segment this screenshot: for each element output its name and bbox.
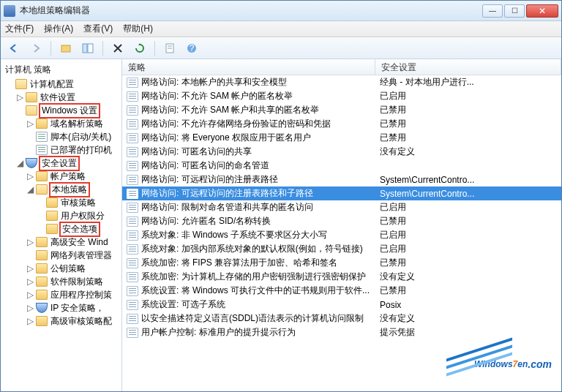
tree-node[interactable]: 计算机配置 — [2, 78, 121, 91]
tree-node[interactable]: ◢安全设置 — [2, 157, 121, 170]
minimize-button[interactable]: — — [482, 4, 503, 18]
security-setting: 已禁用 — [375, 118, 561, 130]
policy-name: 网络访问: 允许匿名 SID/名称转换 — [141, 215, 271, 227]
security-setting: 已启用 — [375, 243, 561, 255]
policy-name: 网络访问: 可远程访问的注册表路径和子路径 — [141, 187, 313, 200]
list-pane: 策略 安全设置 网络访问: 本地帐户的共享和安全模型经典 - 对本地用户进行..… — [122, 59, 561, 391]
policy-row[interactable]: 网络访问: 可远程访问的注册表路径和子路径System\CurrentContr… — [122, 186, 561, 200]
menu-view[interactable]: 查看(V) — [83, 23, 113, 35]
list-header: 策略 安全设置 — [122, 59, 561, 75]
tree-node[interactable]: ▷帐户策略 — [2, 170, 121, 183]
security-setting: 已禁用 — [375, 215, 561, 227]
tree-node[interactable]: ▷IP 安全策略 , — [2, 301, 121, 314]
tree-label: 安全选项 — [59, 222, 100, 237]
policy-row[interactable]: 网络访问: 可匿名访问的共享没有定义 — [122, 145, 561, 159]
folder-icon — [36, 237, 48, 247]
policy-row[interactable]: 网络访问: 不允许存储网络身份验证的密码和凭据已禁用 — [122, 117, 561, 131]
show-tree-button[interactable] — [79, 40, 97, 56]
policy-row[interactable]: 系统对象: 加强内部系统对象的默认权限(例如，符号链接)已启用 — [122, 242, 561, 256]
policy-icon — [127, 314, 138, 324]
tree-expander-icon[interactable]: ▷ — [26, 276, 34, 287]
policy-row[interactable]: 网络访问: 允许匿名 SID/名称转换已禁用 — [122, 214, 561, 228]
folder-icon — [26, 92, 37, 102]
tree-node[interactable]: ▷公钥策略 — [2, 262, 121, 275]
close-button[interactable]: ✕ — [526, 4, 558, 18]
security-setting: 已禁用 — [375, 132, 561, 144]
tree-node[interactable]: 网络列表管理器 — [2, 249, 121, 262]
policy-icon — [127, 78, 138, 88]
tree-label: 用户权限分 — [59, 210, 106, 222]
up-button[interactable] — [57, 40, 75, 56]
policy-icon — [127, 189, 138, 199]
policy-row[interactable]: 用户帐户控制: 标准用户的提升提示行为提示凭据 — [122, 325, 561, 339]
menubar: 文件(F) 操作(A) 查看(V) 帮助(H) — [1, 21, 561, 37]
policy-icon — [127, 300, 138, 310]
policy-row[interactable]: 系统对象: 非 Windows 子系统不要求区分大小写已启用 — [122, 228, 561, 242]
policy-row[interactable]: 网络访问: 可远程访问的注册表路径System\CurrentContro... — [122, 173, 561, 186]
forward-button[interactable] — [27, 40, 45, 56]
folder-icon — [46, 197, 58, 208]
delete-button[interactable] — [109, 40, 127, 56]
properties-button[interactable] — [161, 40, 179, 56]
tree-node[interactable]: Windows 设置 — [2, 104, 121, 117]
tree-node[interactable]: 用户权限分 — [2, 209, 121, 222]
column-header-security[interactable]: 安全设置 — [375, 59, 561, 75]
tree-expander-icon[interactable]: ▷ — [26, 263, 34, 274]
security-setting: 已启用 — [375, 90, 561, 102]
tree-node[interactable]: 安全选项 — [2, 222, 121, 235]
policy-row[interactable]: 系统加密: 为计算机上存储的用户密钥强制进行强密钥保护没有定义 — [122, 270, 561, 284]
tree-label: 软件设置 — [39, 91, 77, 104]
tree-expander-icon[interactable]: ▷ — [26, 171, 34, 181]
tree-node[interactable]: ▷软件限制策略 — [2, 275, 121, 288]
column-header-policy[interactable]: 策略 — [122, 59, 375, 75]
policy-name: 系统加密: 为计算机上存储的用户密钥强制进行强密钥保护 — [141, 271, 366, 283]
toolbar: ? — [1, 37, 561, 59]
tree-expander-icon[interactable]: ◢ — [15, 158, 24, 168]
back-button[interactable] — [5, 40, 23, 56]
tree-node[interactable]: ▷高级安全 Wind — [2, 235, 121, 249]
tree-node[interactable]: ▷域名解析策略 — [2, 117, 121, 130]
doc-icon — [36, 145, 48, 155]
tree-node[interactable]: ◢本地策略 — [2, 183, 121, 196]
policy-row[interactable]: 以安全描述符定义语言(SDDL)语法表示的计算机访问限制没有定义 — [122, 312, 561, 325]
tree-expander-icon[interactable]: ▷ — [26, 316, 34, 326]
tree-expander-icon[interactable]: ◢ — [26, 184, 34, 195]
folder-icon — [46, 224, 58, 234]
policy-icon — [127, 244, 138, 255]
tree-expander-icon[interactable]: ▷ — [26, 118, 34, 129]
policy-row[interactable]: 网络访问: 不允许 SAM 帐户的匿名枚举已启用 — [122, 89, 561, 103]
tree-node[interactable]: ▷软件设置 — [2, 91, 121, 104]
folder-icon — [46, 211, 58, 221]
menu-help[interactable]: 帮助(H) — [123, 23, 153, 35]
tree-root[interactable]: 计算机 策略 — [2, 62, 121, 78]
tree-node[interactable]: ▷应用程序控制策 — [2, 288, 121, 301]
tree-node[interactable]: 已部署的打印机 — [2, 143, 121, 157]
tree-expander-icon[interactable]: ▷ — [26, 290, 34, 300]
maximize-button[interactable]: ☐ — [504, 4, 525, 18]
tree-node[interactable]: 脚本(启动/关机) — [2, 130, 121, 143]
tree-expander-icon[interactable]: ▷ — [15, 92, 24, 102]
folder-icon — [36, 316, 48, 326]
policy-row[interactable]: 网络访问: 不允许 SAM 帐户和共享的匿名枚举已禁用 — [122, 103, 561, 117]
menu-action[interactable]: 操作(A) — [44, 23, 73, 35]
list-rows: 网络访问: 本地帐户的共享和安全模型经典 - 对本地用户进行...网络访问: 不… — [122, 75, 561, 391]
policy-row[interactable]: 网络访问: 限制对命名管道和共享的匿名访问已启用 — [122, 200, 561, 214]
policy-row[interactable]: 系统设置: 将 Windows 可执行文件中的证书规则用于软件...已禁用 — [122, 284, 561, 298]
tree-pane[interactable]: 计算机 策略计算机配置▷软件设置Windows 设置▷域名解析策略脚本(启动/关… — [1, 59, 122, 391]
toolbar-separator — [154, 41, 155, 56]
tree-expander-icon[interactable]: ▷ — [26, 237, 34, 247]
policy-row[interactable]: 系统加密: 将 FIPS 兼容算法用于加密、哈希和签名已禁用 — [122, 256, 561, 270]
menu-file[interactable]: 文件(F) — [5, 23, 34, 35]
tree-node[interactable]: 审核策略 — [2, 196, 121, 209]
policy-row[interactable]: 网络访问: 本地帐户的共享和安全模型经典 - 对本地用户进行... — [122, 75, 561, 89]
tree-expander-icon[interactable]: ▷ — [26, 303, 34, 313]
policy-row[interactable]: 系统设置: 可选子系统Posix — [122, 298, 561, 312]
refresh-button[interactable] — [131, 40, 149, 56]
tree-node[interactable]: ▷高级审核策略配 — [2, 314, 121, 328]
help-button[interactable]: ? — [183, 40, 201, 56]
folder-icon — [36, 250, 48, 260]
policy-icon — [127, 230, 138, 241]
policy-row[interactable]: 网络访问: 将 Everyone 权限应用于匿名用户已禁用 — [122, 131, 561, 145]
security-setting: Posix — [375, 300, 561, 310]
policy-row[interactable]: 网络访问: 可匿名访问的命名管道 — [122, 159, 561, 173]
